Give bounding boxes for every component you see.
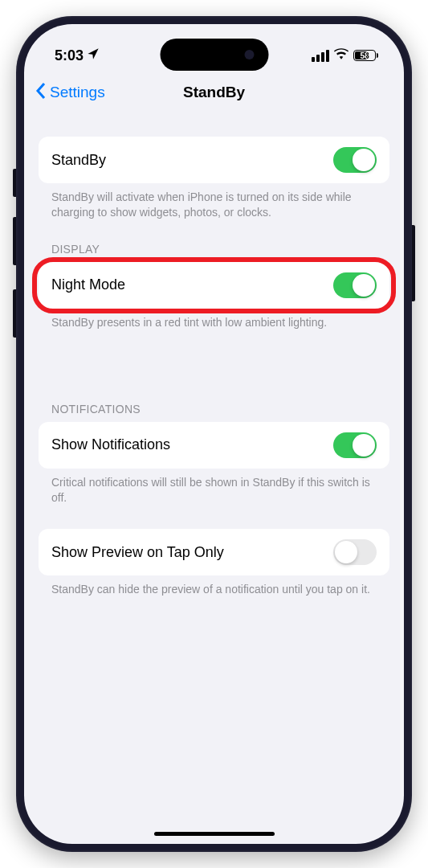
night-mode-label: Night Mode: [51, 276, 125, 293]
side-buttons-left: [13, 169, 16, 362]
status-right: 58: [312, 48, 378, 63]
screen: 5:03 58: [24, 24, 404, 844]
display-section-header: DISPLAY: [39, 243, 389, 262]
notifications-section-header: NOTIFICATIONS: [39, 403, 389, 422]
settings-content: StandBy StandBy will activate when iPhon…: [24, 113, 404, 597]
show-notifications-cell[interactable]: Show Notifications: [39, 422, 389, 469]
status-time-area: 5:03: [55, 47, 100, 64]
page-title: StandBy: [183, 84, 245, 101]
standby-label: StandBy: [51, 152, 106, 169]
back-label: Settings: [50, 84, 105, 101]
volume-down-button[interactable]: [13, 289, 16, 338]
battery-percent: 58: [360, 51, 369, 60]
standby-cell[interactable]: StandBy: [39, 137, 389, 183]
show-notifications-footer: Critical notifications will still be sho…: [39, 469, 389, 506]
show-preview-toggle[interactable]: [333, 539, 377, 565]
night-mode-cell[interactable]: Night Mode: [39, 262, 389, 309]
chevron-left-icon: [35, 82, 47, 104]
show-preview-label: Show Preview on Tap Only: [51, 544, 224, 561]
status-time: 5:03: [55, 47, 84, 64]
volume-up-button[interactable]: [13, 217, 16, 265]
location-icon: [87, 47, 100, 64]
home-indicator[interactable]: [154, 832, 275, 836]
standby-footer: StandBy will activate when iPhone is tur…: [39, 183, 389, 220]
wifi-icon: [334, 48, 349, 63]
power-button[interactable]: [412, 225, 415, 301]
mute-switch[interactable]: [13, 169, 16, 197]
show-notifications-label: Show Notifications: [51, 436, 170, 453]
navigation-bar: Settings StandBy: [24, 72, 404, 113]
cellular-icon: [312, 50, 329, 62]
night-mode-toggle[interactable]: [333, 272, 377, 298]
dynamic-island: [160, 39, 268, 71]
night-mode-footer: StandBy presents in a red tint with low …: [39, 309, 389, 330]
standby-toggle[interactable]: [333, 147, 377, 173]
show-preview-footer: StandBy can hide the preview of a notifi…: [39, 575, 389, 597]
night-mode-highlight: Night Mode: [39, 262, 389, 309]
phone-frame: 5:03 58: [16, 16, 412, 852]
battery-icon: 58: [353, 50, 378, 61]
show-notifications-toggle[interactable]: [333, 432, 377, 458]
back-button[interactable]: Settings: [35, 82, 105, 104]
show-preview-cell[interactable]: Show Preview on Tap Only: [39, 529, 389, 575]
